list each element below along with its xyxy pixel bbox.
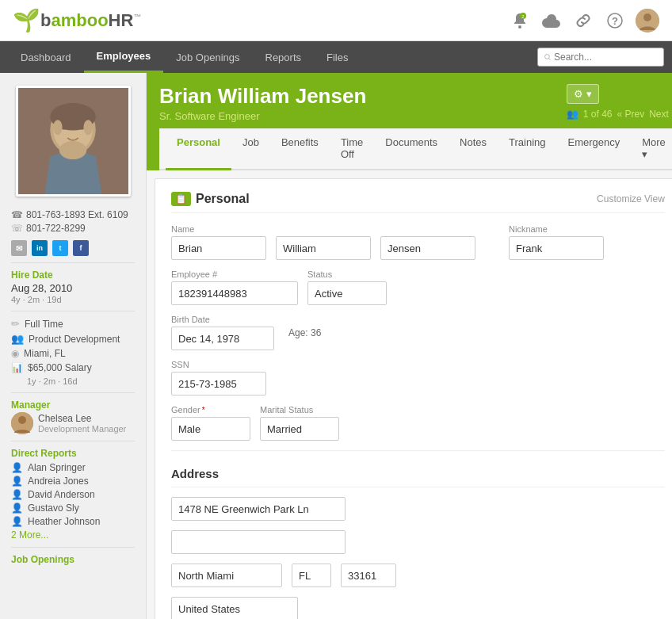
state-input[interactable] — [292, 564, 331, 587]
tab-emergency[interactable]: Emergency — [556, 128, 631, 170]
facebook-icon[interactable]: f — [73, 240, 89, 256]
customize-view-link[interactable]: Customize View — [597, 193, 665, 204]
sidebar-phone-office: ☎ 801-763-1893 Ext. 6109 — [11, 209, 135, 220]
direct-reports-list: 👤 Alan Springer 👤 Andreia Jones 👤 David … — [11, 462, 135, 541]
employees-icon: 👥 — [567, 109, 578, 120]
street-row — [171, 497, 665, 521]
cloud-icon[interactable] — [540, 10, 563, 32]
address-title: Address — [171, 467, 665, 487]
employee-number-input[interactable] — [171, 281, 298, 305]
first-name-label: Name — [171, 224, 266, 234]
status-group: Status — [307, 269, 387, 305]
user-avatar[interactable] — [636, 9, 659, 32]
email-icon[interactable]: ✉ — [11, 240, 27, 256]
direct-report-item[interactable]: 👤 Alan Springer — [11, 462, 135, 473]
middle-name-input[interactable] — [276, 236, 371, 260]
personal-section-title: 📋 Personal — [171, 192, 250, 206]
person-icon: 👤 — [11, 462, 23, 473]
status-input[interactable] — [307, 281, 387, 305]
gender-input[interactable] — [171, 417, 250, 441]
hire-date-value: Aug 28, 2010 — [11, 282, 135, 294]
next-employee-link[interactable]: Next » — [649, 109, 672, 120]
salary-icon: 📊 — [11, 362, 23, 373]
department-icon: 👥 — [11, 333, 24, 345]
ssn-label: SSN — [171, 360, 266, 369]
settings-dropdown-icon: ▾ — [586, 88, 592, 100]
logo-leaf: 🌱 — [13, 7, 40, 33]
tab-more[interactable]: More ▾ — [631, 128, 672, 170]
zip-group — [341, 564, 396, 587]
twitter-icon[interactable]: t — [52, 240, 68, 256]
personal-icon: 📋 — [171, 192, 191, 206]
last-name-group — [380, 224, 475, 260]
tab-benefits[interactable]: Benefits — [270, 128, 330, 170]
location-icon: ◉ — [11, 348, 19, 359]
direct-report-item[interactable]: 👤 Andreia Jones — [11, 476, 135, 487]
street-input[interactable] — [171, 497, 346, 521]
sidebar-social-icons: ✉ in t f — [11, 240, 135, 256]
street2-input[interactable] — [171, 530, 346, 554]
address-section: Address — [171, 460, 665, 619]
department-row: 👥 Product Development — [11, 333, 135, 345]
tab-time-off[interactable]: Time Off — [330, 128, 374, 170]
salary-duration: 1y · 2m · 16d — [11, 376, 135, 386]
employee-full-name: Brian William Jensen — [159, 84, 366, 109]
city-group — [171, 564, 282, 587]
phone-mobile-icon: ☏ — [11, 223, 23, 234]
nav-files[interactable]: Files — [314, 41, 361, 73]
country-input[interactable] — [171, 597, 298, 619]
gender-group: Gender* — [171, 405, 250, 441]
tab-documents[interactable]: Documents — [374, 128, 449, 170]
tab-job[interactable]: Job — [231, 128, 270, 170]
svg-point-7 — [545, 55, 550, 59]
svg-point-6 — [643, 13, 651, 21]
employee-job-title: Sr. Software Engineer — [159, 110, 366, 122]
hire-date-duration: 4y · 2m · 19d — [11, 295, 135, 304]
manager-name[interactable]: Chelsea Lee — [38, 413, 126, 424]
ssn-input[interactable] — [171, 372, 266, 395]
zip-input[interactable] — [341, 564, 396, 587]
nav-reports[interactable]: Reports — [253, 41, 315, 73]
help-icon[interactable]: ? — [604, 10, 626, 32]
tab-training[interactable]: Training — [498, 128, 556, 170]
city-input[interactable] — [171, 564, 282, 587]
link-icon[interactable] — [572, 10, 594, 32]
tab-personal[interactable]: Personal — [166, 128, 231, 170]
street2-group — [171, 530, 346, 554]
city-state-zip-row — [171, 564, 665, 587]
person-icon: 👤 — [11, 516, 23, 527]
employee-number-label: Employee # — [171, 269, 298, 279]
nav-search-container — [537, 48, 664, 67]
job-openings-link[interactable]: Job Openings — [11, 554, 135, 565]
more-reports-link[interactable]: 2 More... — [11, 529, 135, 541]
last-name-input[interactable] — [380, 236, 475, 260]
emp-name-section: Brian William Jensen Sr. Software Engine… — [159, 84, 366, 128]
prev-employee-link[interactable]: « Prev — [617, 109, 644, 120]
top-header: 🌱 bambooHR™ 2 ? — [0, 0, 672, 41]
svg-point-0 — [518, 25, 521, 29]
direct-report-item[interactable]: 👤 Heather Johnson — [11, 516, 135, 527]
birth-date-input[interactable] — [171, 327, 274, 350]
linkedin-icon[interactable]: in — [32, 240, 48, 256]
notifications-icon[interactable]: 2 — [509, 10, 531, 32]
name-form-row: Name Nickname — [171, 224, 665, 260]
nav-employees[interactable]: Employees — [84, 41, 164, 73]
svg-point-17 — [53, 120, 63, 135]
personal-section: 📋 Personal Customize View Name — [155, 178, 672, 619]
first-name-input[interactable] — [171, 236, 266, 260]
nav-dashboard[interactable]: Dashboard — [8, 41, 84, 73]
settings-button[interactable]: ⚙ ▾ — [567, 84, 599, 104]
logo-text: bambooHR™ — [40, 10, 141, 31]
tab-notes[interactable]: Notes — [449, 128, 498, 170]
marital-input[interactable] — [260, 417, 339, 441]
direct-report-item[interactable]: 👤 Gustavo Sly — [11, 502, 135, 514]
main-panel: Brian William Jensen Sr. Software Engine… — [147, 73, 672, 619]
nav-job-openings[interactable]: Job Openings — [163, 41, 252, 73]
search-input[interactable] — [554, 52, 657, 63]
direct-report-item[interactable]: 👤 David Anderson — [11, 489, 135, 500]
hire-date-label: Hire Date — [11, 269, 135, 281]
salary-row: 📊 $65,000 Salary — [11, 362, 135, 373]
nickname-input[interactable] — [509, 236, 604, 260]
sidebar-info: ☎ 801-763-1893 Ext. 6109 ☏ 801-722-8299 … — [0, 209, 146, 573]
svg-point-18 — [83, 120, 93, 135]
